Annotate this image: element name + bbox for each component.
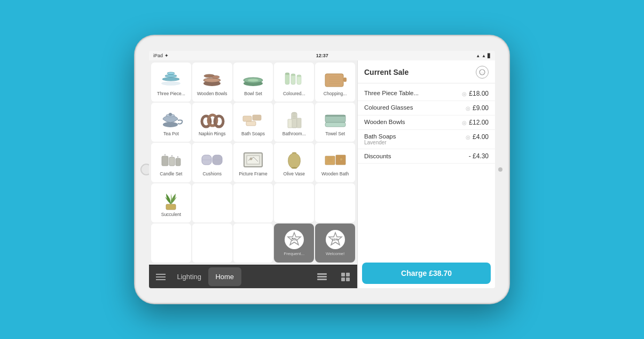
product-bathroom[interactable]: Bathroom...: [274, 103, 314, 142]
svg-rect-25: [169, 113, 172, 116]
nav-tab-home[interactable]: Home: [208, 267, 242, 286]
product-candle-set[interactable]: Candle Set: [151, 143, 191, 182]
products-grid: Three Piece... Wooden Bowls: [149, 60, 357, 265]
product-olive-vase[interactable]: Olive Vase: [274, 143, 314, 182]
product-bowl-set[interactable]: Bowl Set: [233, 63, 273, 102]
svg-rect-18: [343, 78, 347, 82]
sale-title: Current Sale: [364, 68, 409, 76]
product-name: Bathroom...: [275, 131, 313, 136]
product-name: Three Piece...: [152, 91, 190, 96]
tablet-device: iPad ✦ 12:37 ▲ ▲ ▊: [135, 36, 509, 303]
price-icon: ◎: [462, 120, 467, 126]
product-coloured-glasses[interactable]: Coloured...: [274, 63, 314, 102]
discount-welcome[interactable]: 10% Welcome!: [315, 224, 355, 263]
svg-rect-31: [246, 121, 256, 126]
product-three-piece[interactable]: Three Piece...: [151, 63, 191, 102]
sale-item-sub: Lavender: [364, 140, 466, 145]
product-name: Succulent: [152, 212, 190, 217]
product-name: Bowl Set: [234, 91, 272, 96]
svg-point-1: [162, 78, 179, 81]
discount-frequent[interactable]: 5% Frequent...: [274, 224, 314, 263]
bottom-nav: Lighting Home: [149, 265, 357, 288]
grid-view-button[interactable]: [334, 273, 357, 281]
svg-point-58: [292, 167, 297, 169]
product-name: Tea Pot: [152, 131, 190, 136]
product-name: Napkin Rings: [193, 131, 231, 136]
sale-item-three-piece[interactable]: Three Piece Table... ◎ £18.00: [358, 87, 495, 101]
discount-name-frequent: Frequent...: [284, 251, 304, 256]
product-name: Coloured...: [275, 91, 313, 96]
svg-rect-30: [253, 115, 261, 120]
product-wooden-bath[interactable]: Wooden Bath: [315, 143, 355, 182]
svg-point-65: [340, 158, 343, 161]
svg-text:···: ···: [481, 71, 484, 75]
discounts-label: Discounts: [364, 153, 469, 159]
product-chopping-board[interactable]: Chopping...: [315, 63, 355, 102]
product-bath-soaps[interactable]: Bath Soaps: [233, 103, 273, 142]
product-name: Towel Set: [316, 131, 354, 136]
product-name: Chopping...: [316, 91, 354, 96]
sale-item-price: ◎ £18.00: [462, 90, 489, 97]
price-icon: ◎: [466, 105, 470, 111]
svg-rect-43: [169, 157, 175, 166]
menu-button[interactable]: [149, 273, 172, 281]
svg-rect-74: [317, 279, 327, 280]
product-name: Cushions: [193, 171, 231, 176]
device-name: iPad ✦: [153, 53, 169, 58]
price-value: £18.00: [469, 90, 489, 97]
price-value: £9.00: [473, 104, 489, 112]
sale-item-info: Coloured Glasses: [364, 104, 466, 111]
svg-point-28: [215, 116, 223, 127]
product-towel-set[interactable]: Towel Set: [315, 103, 355, 142]
price-icon: ◎: [466, 134, 470, 140]
sale-items-list: Three Piece Table... ◎ £18.00 Coloured G…: [358, 83, 495, 258]
svg-text:5%: 5%: [292, 237, 297, 241]
status-right: ▲ ▲ ▊: [476, 53, 491, 58]
sale-item-info: Three Piece Table...: [364, 90, 462, 96]
discount-badge-5: 5%: [285, 230, 304, 249]
wifi-icon: ▲: [482, 53, 486, 58]
svg-rect-14: [285, 73, 289, 75]
product-napkin-rings[interactable]: Napkin Rings: [192, 103, 232, 142]
main-content: Three Piece... Wooden Bowls: [149, 60, 495, 288]
svg-point-59: [292, 152, 296, 154]
sale-item-bath-soaps[interactable]: Bath Soaps Lavender ◎ £4.00: [358, 130, 495, 149]
svg-rect-44: [176, 158, 180, 166]
sale-panel: Current Sale ··· Three Piece Table...: [357, 60, 495, 288]
product-cushions[interactable]: Cushions: [192, 143, 232, 182]
empty-cell: [233, 183, 273, 222]
sale-item-price: ◎ £4.00: [466, 133, 489, 141]
sale-options-button[interactable]: ···: [476, 66, 489, 79]
product-picture-frame[interactable]: Picture Frame: [233, 143, 273, 182]
empty-cell: [233, 224, 273, 263]
svg-rect-76: [346, 273, 350, 276]
product-wooden-bowls[interactable]: Wooden Bowls: [192, 63, 232, 102]
sale-item-info: Wooden Bowls: [364, 119, 462, 125]
empty-cell: [274, 183, 314, 222]
empty-cell: [192, 224, 232, 263]
price-icon: ◎: [462, 91, 467, 97]
svg-rect-78: [346, 278, 350, 281]
sale-item-wooden-bowls[interactable]: Wooden Bowls ◎ £12.00: [358, 115, 495, 130]
sale-item-coloured-glasses[interactable]: Coloured Glasses ◎ £9.00: [358, 101, 495, 115]
sale-item-name: Three Piece Table...: [364, 90, 462, 96]
product-succulent[interactable]: Succulent: [151, 183, 191, 222]
battery-icon: ▊: [488, 53, 491, 58]
svg-rect-75: [341, 273, 345, 276]
svg-rect-60: [325, 156, 335, 165]
charge-button[interactable]: Charge £38.70: [362, 263, 491, 284]
sale-item-name: Wooden Bowls: [364, 119, 462, 125]
empty-cell: [192, 183, 232, 222]
svg-rect-38: [297, 118, 301, 128]
product-tea-pot[interactable]: Tea Pot: [151, 103, 191, 142]
svg-point-2: [165, 75, 177, 78]
list-view-button[interactable]: [310, 273, 334, 281]
svg-rect-77: [341, 278, 345, 281]
empty-cell: [315, 183, 355, 222]
svg-text:10%: 10%: [332, 238, 339, 241]
svg-rect-41: [325, 115, 345, 117]
product-name: Wooden Bath: [316, 171, 354, 176]
svg-rect-73: [317, 276, 327, 278]
price-value: £4.00: [473, 133, 489, 141]
nav-tab-lighting[interactable]: Lighting: [172, 265, 206, 288]
